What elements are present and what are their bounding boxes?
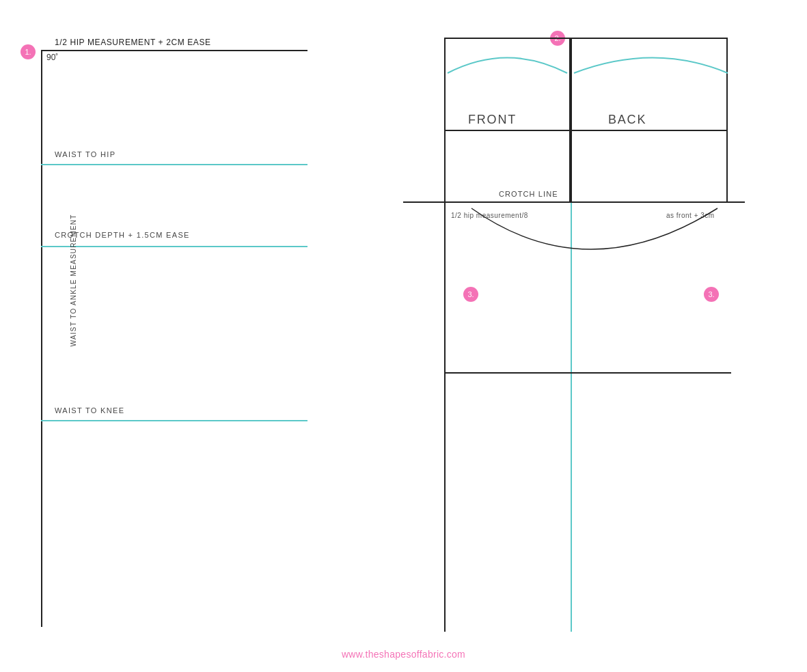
angle-label: 90˚	[46, 53, 58, 62]
hip-line	[444, 130, 728, 131]
waist-to-knee-line	[41, 420, 307, 421]
back-label: BACK	[608, 113, 646, 127]
right-diagram: 2. FRONT BACK CROTCH LINE 1/2 HIP	[403, 38, 758, 632]
hip-measurement-label: 1/2 HIP MEASUREMENT + 2CM EASE	[55, 38, 211, 47]
page-container: 1. 1/2 HIP MEASUREMENT + 2CM EASE 90˚ WA…	[0, 0, 807, 672]
front-label: FRONT	[468, 113, 517, 127]
badge-3-left: 3.	[463, 287, 478, 302]
knee-line	[444, 372, 731, 374]
top-horizontal-line	[41, 50, 307, 51]
waist-curves-svg	[444, 39, 731, 80]
vertical-axis-line	[41, 50, 42, 627]
waist-to-ankle-label: WAIST TO ANKLE MEASUREMENT	[70, 214, 77, 346]
crotch-depth-line	[41, 246, 307, 247]
badge-3-right: 3.	[704, 287, 719, 302]
waist-to-hip-line	[41, 164, 307, 165]
footer-url: www.theshapesoffabric.com	[342, 649, 465, 660]
waist-to-hip-label: WAIST TO HIP	[55, 150, 115, 158]
crotch-curve-svg	[403, 201, 745, 297]
left-diagram: 1. 1/2 HIP MEASUREMENT + 2CM EASE 90˚ WA…	[41, 38, 328, 632]
crotch-line-label: CROTCH LINE	[499, 190, 558, 198]
waist-to-knee-label: WAIST TO KNEE	[55, 406, 124, 415]
badge-1: 1.	[20, 44, 36, 59]
